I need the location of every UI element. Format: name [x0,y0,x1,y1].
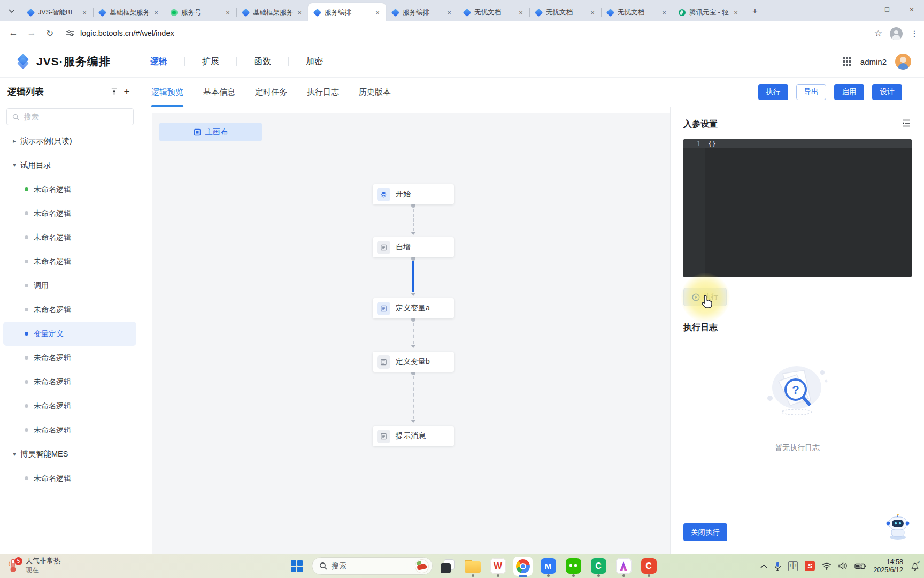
sidebar-search[interactable] [6,108,134,125]
export-button[interactable]: 导出 [796,84,826,100]
run-button[interactable]: 执行 [683,288,727,306]
tree-item[interactable]: 未命名逻辑 [3,177,136,201]
robot-mascot-icon[interactable] [885,514,911,543]
forward-icon[interactable]: → [22,28,41,39]
tab-close-icon[interactable]: × [152,8,160,17]
tab-search-button[interactable] [4,4,19,19]
user-avatar[interactable] [895,54,911,70]
tab-logic-preview[interactable]: 逻辑预览 [151,78,183,107]
params-code-editor[interactable]: 1 {} [683,139,912,277]
tree-item[interactable]: 未命名逻辑 [3,466,136,490]
browser-tab[interactable]: 基础框架服务× [236,3,308,21]
tree-item[interactable]: 未命名逻辑 [3,346,136,370]
ime-indicator[interactable]: 中 [788,561,798,571]
url-input[interactable] [79,28,539,38]
collapse-panel-icon[interactable] [902,119,911,130]
tab-exec-log[interactable]: 执行日志 [307,78,339,107]
tab-close-icon[interactable]: × [445,8,453,17]
nav-item-extension[interactable]: 扩展 [197,56,225,67]
volume-icon[interactable] [838,562,848,570]
execute-button[interactable]: 执行 [758,84,788,100]
tree-item[interactable]: 调用 [3,273,136,298]
close-execution-button[interactable]: 关闭执行 [683,523,727,541]
taskbar-clock[interactable]: 14:58 2025/6/12 [873,558,903,574]
chrome-button-active[interactable] [513,554,533,578]
task-view-button[interactable] [437,554,458,578]
taskbar-search[interactable]: 搜索 [312,557,433,575]
caret-down-icon[interactable]: ▾ [11,162,18,169]
apps-grid-icon[interactable] [842,57,852,66]
browser-tab[interactable]: JVS-智能BI× [21,3,93,21]
import-icon[interactable] [107,85,120,98]
node-increment[interactable]: 自增 [373,237,454,257]
add-logic-icon[interactable]: + [120,85,133,98]
browser-tab[interactable]: 服务编排× [386,3,458,21]
mail-app-button[interactable]: M [538,554,558,578]
tree-item[interactable]: 未命名逻辑 [3,394,136,418]
node-define-var-b[interactable]: 定义变量b [373,352,454,372]
back-icon[interactable]: ← [4,28,22,39]
nav-item-function[interactable]: 函数 [249,56,276,67]
browser-tab-active[interactable]: 服务编排× [308,3,386,21]
window-close-button[interactable]: × [899,0,924,18]
tab-close-icon[interactable]: × [588,8,597,17]
window-maximize-button[interactable]: □ [875,0,899,18]
username[interactable]: admin2 [860,57,887,66]
ai-app-button[interactable] [613,554,634,578]
nav-item-encrypt[interactable]: 加密 [301,56,328,67]
tab-history-version[interactable]: 历史版本 [359,78,391,107]
browser-tab[interactable]: 无忧文档× [529,3,601,21]
tree-item-selected[interactable]: 变量定义 [3,322,136,346]
tab-close-icon[interactable]: × [373,8,382,17]
tab-close-icon[interactable]: × [80,8,89,17]
tree-item[interactable]: 未命名逻辑 [3,249,136,273]
tree-item[interactable]: 未命名逻辑 [3,298,136,322]
microphone-icon[interactable] [774,561,781,571]
weather-widget[interactable]: 5 天气非常热 现在 [7,556,60,575]
reload-icon[interactable]: ↻ [41,28,59,39]
tab-basic-info[interactable]: 基本信息 [203,78,235,107]
browser-tab[interactable]: 无忧文档× [458,3,529,21]
tree-item[interactable]: 未命名逻辑 [3,225,136,249]
tab-scheduled-task[interactable]: 定时任务 [255,78,287,107]
caret-right-icon[interactable]: ▸ [11,138,18,144]
start-button[interactable] [287,554,307,578]
tab-close-icon[interactable]: × [224,8,232,17]
browser-tab[interactable]: 服务号× [165,3,236,21]
wifi-icon[interactable] [822,562,831,570]
main-canvas-tab[interactable]: 主画布 [159,123,262,141]
tab-close-icon[interactable]: × [732,8,740,17]
enable-button[interactable]: 启用 [834,84,864,100]
wps-button[interactable]: W [488,554,508,578]
tab-close-icon[interactable]: × [517,8,525,17]
browser-profile-avatar[interactable] [890,27,903,40]
tree-item[interactable]: 未命名逻辑 [3,418,136,442]
sogou-input-icon[interactable]: S [805,561,815,571]
new-tab-button[interactable]: + [748,4,763,19]
browser-tab[interactable]: 无忧文档× [601,3,673,21]
site-settings-icon[interactable] [65,28,75,38]
wechat-button[interactable] [563,554,583,578]
tray-expand-icon[interactable] [760,564,767,568]
bookmark-star-icon[interactable]: ☆ [874,28,882,39]
tree-group-trial[interactable]: ▾ 试用目录 [3,153,136,177]
browser-tab[interactable]: 腾讯元宝 - 轻× [673,3,744,21]
tab-close-icon[interactable]: × [660,8,668,17]
connector-solid-blue[interactable] [412,261,414,292]
design-button[interactable]: 设计 [872,84,902,100]
tree-item[interactable]: 未命名逻辑 [3,201,136,225]
search-highlight-food-icon[interactable] [415,559,429,573]
file-explorer-button[interactable] [463,554,483,578]
node-prompt-message[interactable]: 提示消息 [373,426,454,446]
red-c-app-button[interactable]: C [638,554,659,578]
notification-bell-icon[interactable]: zz [910,561,920,571]
window-minimize-button[interactable]: – [850,0,875,18]
node-define-var-a[interactable]: 定义变量a [373,298,454,318]
battery-icon[interactable] [854,563,866,569]
browser-menu-icon[interactable]: ⋮ [910,28,919,39]
browser-tab[interactable]: 基础框架服务× [93,3,165,21]
search-input[interactable] [23,112,114,121]
tab-close-icon[interactable]: × [295,8,304,17]
tree-group-demo[interactable]: ▸ 演示示例(只读) [3,129,136,153]
meeting-app-button[interactable]: C [588,554,609,578]
